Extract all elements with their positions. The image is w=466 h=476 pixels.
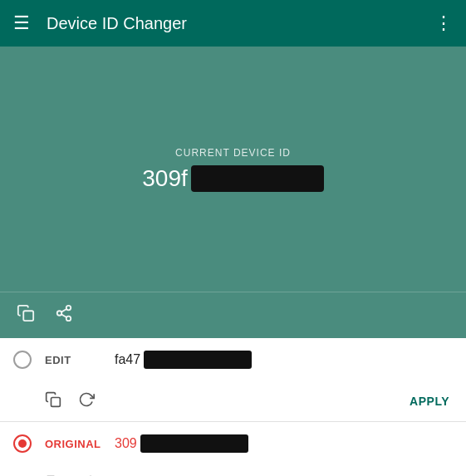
edit-id-prefix: fa47 xyxy=(115,352,140,367)
original-device-id: 309 xyxy=(115,434,453,453)
card-area: EDIT fa47 APPLY xyxy=(0,338,466,476)
current-device-id: 309f xyxy=(142,165,324,192)
app-bar-left: ☰ Device ID Changer xyxy=(13,12,187,34)
original-id-prefix: 309 xyxy=(115,436,137,451)
original-label: ORIGINAL xyxy=(45,438,101,450)
apply-button[interactable]: APPLY xyxy=(410,395,453,408)
main-display-area: CURRENT DEVICE ID 309f xyxy=(0,47,466,292)
svg-rect-0 xyxy=(23,311,33,321)
edit-device-id: fa47 xyxy=(115,351,453,369)
edit-radio-button[interactable] xyxy=(13,351,32,369)
edit-id-redacted xyxy=(144,351,252,369)
svg-point-1 xyxy=(66,305,71,310)
svg-line-4 xyxy=(61,314,66,317)
current-device-label: CURRENT DEVICE ID xyxy=(175,147,291,159)
share-icon[interactable] xyxy=(55,304,73,327)
hamburger-icon[interactable]: ☰ xyxy=(13,12,30,34)
copy-icon[interactable] xyxy=(17,304,35,327)
svg-line-5 xyxy=(61,308,66,312)
device-id-redacted xyxy=(191,165,324,192)
edit-copy-icon[interactable] xyxy=(45,391,61,412)
svg-point-2 xyxy=(57,311,62,316)
edit-refresh-icon[interactable] xyxy=(78,391,95,412)
edit-section: EDIT fa47 APPLY xyxy=(0,338,466,422)
original-radio-button[interactable] xyxy=(13,434,32,453)
app-title: Device ID Changer xyxy=(47,14,187,33)
svg-rect-6 xyxy=(52,397,61,406)
original-section: ORIGINAL 309 xyxy=(0,422,466,476)
original-row: ORIGINAL 309 xyxy=(0,422,466,465)
original-id-redacted xyxy=(140,434,248,453)
teal-action-bar xyxy=(0,292,466,338)
edit-sub-actions: APPLY xyxy=(0,381,466,421)
app-bar: ☰ Device ID Changer ⋮ xyxy=(0,0,466,47)
original-sub-actions: CSDN @wtcl_wtcl xyxy=(0,465,466,476)
svg-point-3 xyxy=(66,316,71,321)
more-options-icon[interactable]: ⋮ xyxy=(434,12,453,34)
edit-label: EDIT xyxy=(45,354,101,366)
device-id-prefix: 309f xyxy=(142,165,188,192)
edit-row: EDIT fa47 xyxy=(0,338,466,381)
